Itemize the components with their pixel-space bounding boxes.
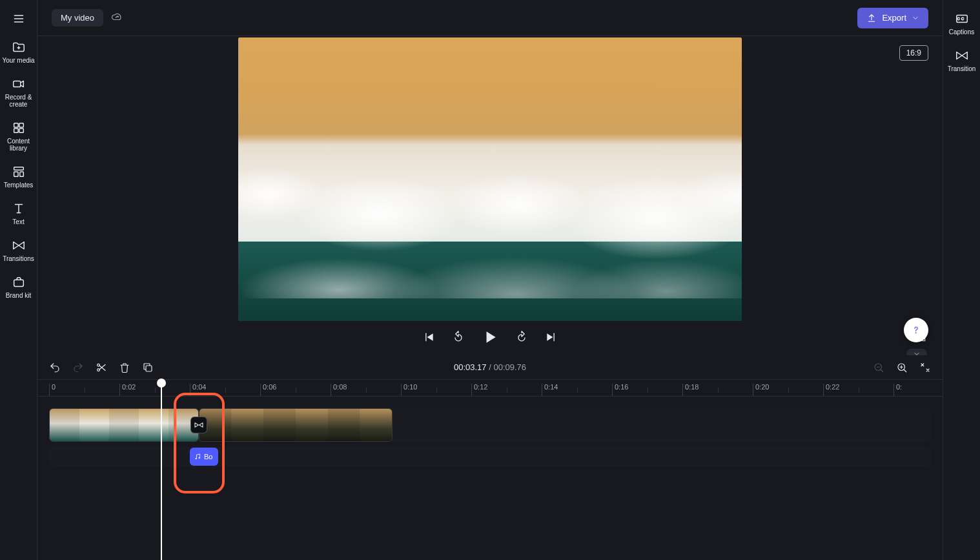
delete-button[interactable] bbox=[119, 362, 130, 373]
svg-rect-6 bbox=[14, 172, 17, 176]
svg-point-17 bbox=[199, 457, 200, 459]
svg-rect-1 bbox=[14, 123, 17, 127]
split-button[interactable] bbox=[96, 362, 107, 373]
transition-marker[interactable] bbox=[190, 417, 207, 433]
text-icon bbox=[12, 202, 26, 216]
sidebar-item-label: Text bbox=[12, 218, 24, 225]
current-time: 00:03.17 bbox=[454, 362, 487, 372]
sidebar-item-brand-kit[interactable]: Brand kit bbox=[1, 269, 37, 304]
sidebar-item-your-media[interactable]: Your media bbox=[1, 34, 37, 69]
folder-plus-icon bbox=[12, 40, 26, 54]
svg-rect-8 bbox=[14, 280, 23, 286]
svg-point-10 bbox=[915, 332, 917, 333]
hamburger-icon bbox=[12, 12, 26, 26]
sidebar-item-label: Brand kit bbox=[6, 292, 31, 299]
svg-point-16 bbox=[196, 458, 197, 459]
video-track[interactable] bbox=[49, 408, 931, 442]
export-button[interactable]: Export bbox=[857, 8, 928, 28]
project-title[interactable]: My video bbox=[52, 9, 103, 26]
sidebar-item-record-create[interactable]: Record & create bbox=[1, 70, 37, 113]
transition-icon bbox=[955, 48, 969, 63]
sidebar-item-label: Your media bbox=[2, 57, 34, 64]
question-icon bbox=[910, 324, 923, 337]
right-sidebar: Captions Transition bbox=[943, 0, 980, 560]
rewind-button[interactable] bbox=[451, 329, 466, 345]
sidebar-item-templates[interactable]: Templates bbox=[1, 158, 37, 194]
upload-icon bbox=[866, 13, 877, 23]
time-separator: / bbox=[487, 362, 494, 372]
duplicate-button[interactable] bbox=[142, 362, 154, 373]
svg-rect-13 bbox=[146, 366, 152, 371]
total-time: 00:09.76 bbox=[493, 362, 526, 372]
camera-icon bbox=[12, 77, 26, 91]
video-clip[interactable] bbox=[199, 408, 393, 442]
chevron-down-icon bbox=[912, 14, 919, 22]
music-icon bbox=[194, 453, 201, 461]
video-clip[interactable] bbox=[49, 408, 199, 442]
export-button-label: Export bbox=[882, 13, 906, 23]
svg-rect-0 bbox=[13, 81, 20, 87]
play-button[interactable] bbox=[480, 327, 500, 347]
timeline-timecode: 00:03.17 / 00:09.76 bbox=[454, 362, 526, 372]
sidebar-item-content-library[interactable]: Content library bbox=[1, 114, 37, 157]
timeline-ruler[interactable]: 00:020:040:060:080:100:120:140:160:180:2… bbox=[37, 380, 943, 397]
sidebar-item-transitions[interactable]: Transitions bbox=[1, 232, 37, 267]
sidebar-item-label: Transitions bbox=[3, 255, 34, 262]
help-button[interactable] bbox=[904, 318, 928, 342]
briefcase-icon bbox=[12, 275, 26, 289]
zoom-in-button[interactable] bbox=[896, 362, 908, 373]
transitions-icon bbox=[12, 238, 26, 253]
player-controls bbox=[37, 326, 943, 349]
transition-icon bbox=[194, 420, 204, 430]
fit-timeline-button[interactable] bbox=[919, 362, 931, 373]
svg-rect-2 bbox=[19, 123, 23, 127]
sidebar-item-label: Record & create bbox=[5, 94, 32, 108]
templates-icon bbox=[12, 165, 26, 179]
forward-button[interactable] bbox=[514, 329, 529, 345]
video-preview[interactable] bbox=[238, 37, 742, 321]
sidebar-item-label: Content library bbox=[7, 138, 30, 152]
svg-rect-7 bbox=[19, 172, 23, 176]
captions-icon bbox=[955, 12, 969, 26]
zoom-out-button[interactable] bbox=[873, 362, 884, 373]
timeline: 00:03.17 / 00:09.76 00:020:040:060:080:1… bbox=[37, 355, 943, 560]
sidebar-item-label: Transition bbox=[948, 65, 976, 72]
preview-area: 16:9 bbox=[37, 36, 943, 355]
sidebar-item-text[interactable]: Text bbox=[1, 195, 37, 231]
skip-start-button[interactable] bbox=[421, 329, 436, 345]
sidebar-item-transition[interactable]: Transition bbox=[944, 42, 980, 78]
svg-rect-3 bbox=[14, 129, 17, 132]
cloud-sync-icon[interactable] bbox=[111, 11, 123, 25]
svg-rect-5 bbox=[14, 167, 23, 171]
redo-button[interactable] bbox=[72, 362, 84, 373]
timeline-toolbar: 00:03.17 / 00:09.76 bbox=[37, 355, 943, 380]
sidebar-item-captions[interactable]: Captions bbox=[944, 5, 980, 41]
menu-button[interactable] bbox=[1, 5, 37, 32]
sidebar-item-label: Templates bbox=[4, 181, 34, 189]
skip-end-button[interactable] bbox=[544, 329, 559, 345]
audio-clip[interactable]: Bo bbox=[190, 448, 218, 466]
playhead[interactable] bbox=[161, 380, 162, 560]
undo-button[interactable] bbox=[49, 362, 61, 373]
sidebar-item-label: Captions bbox=[949, 28, 974, 36]
audio-clip-label: Bo bbox=[204, 453, 212, 461]
audio-track[interactable]: Bo bbox=[49, 447, 931, 466]
topbar: My video Export bbox=[37, 0, 943, 36]
timeline-tracks: Bo bbox=[37, 397, 943, 560]
svg-rect-4 bbox=[19, 129, 23, 132]
left-sidebar: Your media Record & create Content libra… bbox=[0, 0, 37, 560]
library-icon bbox=[12, 121, 26, 135]
aspect-ratio-button[interactable]: 16:9 bbox=[899, 45, 928, 61]
